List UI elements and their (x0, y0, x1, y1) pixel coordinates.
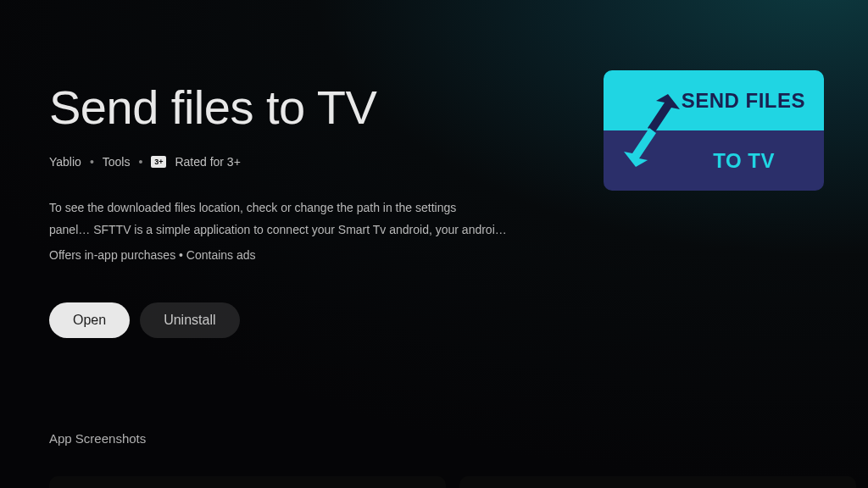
uninstall-button[interactable]: Uninstall (140, 302, 239, 338)
app-icon: SEND FILES TO TV (604, 70, 824, 191)
screenshot-thumbnail[interactable] (459, 476, 856, 488)
arrow-icon (624, 94, 680, 167)
description-line: panel… SFTTV is a simple application to … (49, 219, 527, 241)
screenshots-row[interactable] (49, 476, 868, 488)
app-icon-text-bottom: TO TV (713, 149, 775, 173)
svg-marker-0 (648, 94, 680, 133)
svg-marker-1 (624, 128, 656, 167)
description-line: To see the downloaded files location, ch… (49, 197, 527, 219)
developer-name: Yablio (49, 155, 81, 169)
app-meta: Yablio • Tools • 3+ Rated for 3+ (49, 155, 527, 169)
meta-separator: • (90, 155, 94, 169)
screenshots-section-label: App Screenshots (49, 431, 527, 446)
screenshot-thumbnail[interactable] (49, 476, 446, 488)
category-name: Tools (103, 155, 131, 169)
app-icon-text-top: SEND FILES (682, 89, 805, 113)
app-description: To see the downloaded files location, ch… (49, 197, 527, 241)
action-button-row: Open Uninstall (49, 302, 527, 338)
rating-label: Rated for 3+ (175, 155, 240, 169)
open-button[interactable]: Open (49, 302, 130, 338)
meta-separator: • (138, 155, 142, 169)
purchases-note: Offers in-app purchases • Contains ads (49, 248, 527, 262)
rating-badge-icon: 3+ (151, 156, 166, 168)
app-title: Send files to TV (49, 80, 527, 135)
